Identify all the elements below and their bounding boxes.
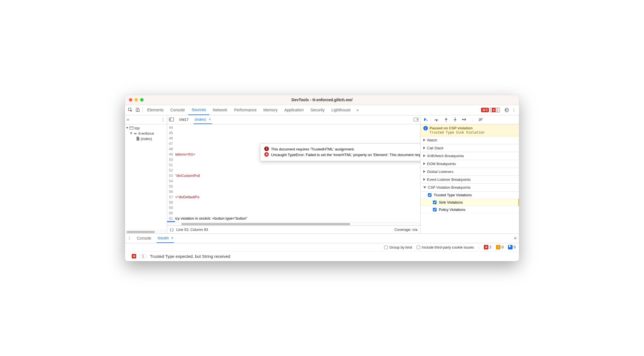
issue-row[interactable]: ✕ 1 Trusted Type expected, but String re… <box>125 252 519 261</box>
paused-title: Paused on CSP violation <box>430 126 473 130</box>
error-count: 6 <box>486 108 488 112</box>
more-tabs-icon[interactable]: » <box>354 108 361 112</box>
nav-menu-icon[interactable]: ⋮ <box>161 117 165 122</box>
tab-security[interactable]: Security <box>307 105 328 115</box>
coverage-status: Coverage: n/a <box>394 227 417 232</box>
file-tab-index[interactable]: (index)× <box>194 115 212 124</box>
csp-breakpoints-section[interactable]: CSP Violation Breakpoints <box>421 184 519 191</box>
tab-network[interactable]: Network <box>209 105 231 115</box>
code-editor[interactable]: 44454647484950515253545556575859606162 l… <box>167 124 420 222</box>
third-party-checkbox[interactable]: Include third-party cookie issues <box>417 245 474 249</box>
deactivate-breakpoints-icon[interactable] <box>478 118 483 121</box>
nav-toggle-icon[interactable] <box>169 118 174 121</box>
close-window-button[interactable] <box>129 98 132 102</box>
nav-scrollbar[interactable] <box>125 230 167 233</box>
error-count-badge: 2 <box>264 147 269 151</box>
tree-top-label: top <box>135 126 140 130</box>
kebab-menu-icon[interactable]: ⋮ <box>510 108 517 112</box>
issue-text: Trusted Type expected, but String receiv… <box>150 254 230 259</box>
tree-host[interactable]: tt-enforce <box>125 131 167 136</box>
drawer-menu-icon[interactable]: ⋮ <box>127 236 131 240</box>
tab-memory[interactable]: Memory <box>260 105 281 115</box>
navigator-panel: » ⋮ top tt-enforce (index) <box>125 115 167 233</box>
paused-banner: iPaused on CSP violation Trusted Type Si… <box>421 124 519 136</box>
svg-rect-2 <box>138 109 139 112</box>
event-breakpoints-section[interactable]: Event Listener Breakpoints <box>421 176 519 184</box>
tab-sources[interactable]: Sources <box>188 105 209 115</box>
tab-application[interactable]: Application <box>281 105 307 115</box>
issue-err-count: ✕ 2 <box>484 245 491 250</box>
drawer-issues-tab[interactable]: Issues× <box>157 234 174 243</box>
tree-file-index[interactable]: (index) <box>125 136 167 141</box>
tab-lighthouse[interactable]: Lighthouse <box>328 105 354 115</box>
step-over-icon[interactable] <box>434 118 439 121</box>
svg-rect-3 <box>130 127 133 129</box>
tab-console[interactable]: Console <box>167 105 188 115</box>
global-listeners-section[interactable]: Global Listeners <box>421 168 519 176</box>
issues-count: 2 <box>496 108 498 112</box>
tab-elements[interactable]: Elements <box>144 105 167 115</box>
svg-point-10 <box>455 118 456 118</box>
pretty-print-icon[interactable]: { } <box>170 227 173 232</box>
devtools-window: DevTools - tt-enforced.glitch.me/ Elemen… <box>125 95 519 261</box>
svg-point-9 <box>446 121 447 122</box>
minimize-window-button[interactable] <box>135 98 138 102</box>
step-into-icon[interactable] <box>444 117 448 122</box>
line-gutter: 44454647484950515253545556575859606162 <box>167 124 175 222</box>
policy-violations-checkbox[interactable]: Policy Violations <box>421 206 519 213</box>
tooltip-message-1: This document requires 'TrustedHTML' ass… <box>271 147 355 152</box>
window-title: DevTools - tt-enforced.glitch.me/ <box>125 98 519 102</box>
debugger-panel: | iPaused on CSP violation Trusted Type … <box>421 115 519 233</box>
error-tooltip: 2This document requires 'TrustedHTML' as… <box>260 143 420 161</box>
file-tree: top tt-enforce (index) <box>125 124 167 141</box>
zoom-window-button[interactable] <box>140 98 144 102</box>
paused-detail: Trusted Type Sink Violation <box>423 130 516 134</box>
tree-top[interactable]: top <box>125 125 167 131</box>
issue-error-icon: ✕ <box>132 254 136 258</box>
editor-h-scrollbar[interactable] <box>167 222 420 226</box>
tooltip-message-2: Uncaught TypeError: Failed to set the 'i… <box>271 152 420 158</box>
run-snippet-icon[interactable] <box>413 118 419 121</box>
close-tab-icon[interactable]: × <box>209 117 211 121</box>
svg-point-8 <box>436 120 437 121</box>
drawer: ⋮ Console Issues× × Group by kind Includ… <box>125 233 519 261</box>
close-drawer-tab-icon[interactable]: × <box>171 236 173 240</box>
navigator-header: » ⋮ <box>125 115 167 124</box>
settings-gear-icon[interactable] <box>503 107 510 112</box>
close-drawer-icon[interactable]: × <box>514 235 517 241</box>
traffic-lights <box>129 98 144 102</box>
svg-point-11 <box>462 119 463 120</box>
xhr-breakpoints-section[interactable]: XHR/fetch Breakpoints <box>421 152 519 160</box>
debugger-toolbar: | <box>421 115 519 124</box>
error-badge[interactable]: ⊗ 6 <box>481 108 489 112</box>
issues-badge[interactable]: ✕ 2 <box>490 108 500 112</box>
dom-breakpoints-section[interactable]: DOM Breakpoints <box>421 160 519 168</box>
main-tab-bar: Elements Console Sources Network Perform… <box>125 105 519 115</box>
drawer-console-tab[interactable]: Console <box>136 234 152 243</box>
title-bar: DevTools - tt-enforced.glitch.me/ <box>125 95 519 105</box>
device-toggle-icon[interactable] <box>134 107 141 112</box>
code-content: lations</h1> "divCustomPoli ="divDefault… <box>175 124 420 222</box>
info-icon: i <box>423 126 428 130</box>
callstack-section[interactable]: Call Stack <box>421 144 519 152</box>
group-by-kind-checkbox[interactable]: Group by kind <box>384 245 412 249</box>
file-tab-bar: VM17 (index)× <box>167 115 420 124</box>
step-icon[interactable] <box>462 118 467 121</box>
tree-host-label: tt-enforce <box>138 131 154 136</box>
resume-button[interactable] <box>424 118 429 121</box>
trusted-type-checkbox[interactable]: Trusted Type Violations <box>421 191 519 199</box>
watch-section[interactable]: Watch <box>421 136 519 144</box>
tab-performance[interactable]: Performance <box>231 105 260 115</box>
editor-status-bar: { }Line 53, Column 93 Coverage: n/a <box>167 226 420 233</box>
inspect-element-icon[interactable] <box>127 107 134 112</box>
more-nav-icon[interactable]: » <box>127 117 129 122</box>
sink-violations-checkbox[interactable]: Sink Violations <box>421 199 519 206</box>
issue-count: 1 <box>140 254 147 258</box>
drawer-tabs: ⋮ Console Issues× × <box>125 234 519 243</box>
issue-warn-count: ! 0 <box>496 245 504 249</box>
issue-info-count: ▘ 0 <box>508 245 516 250</box>
editor-panel: VM17 (index)× 44454647484950515253545556… <box>167 115 421 233</box>
file-tab-vm[interactable]: VM17 <box>178 115 190 124</box>
step-out-icon[interactable] <box>453 117 457 122</box>
tree-file-label: (index) <box>141 137 152 141</box>
